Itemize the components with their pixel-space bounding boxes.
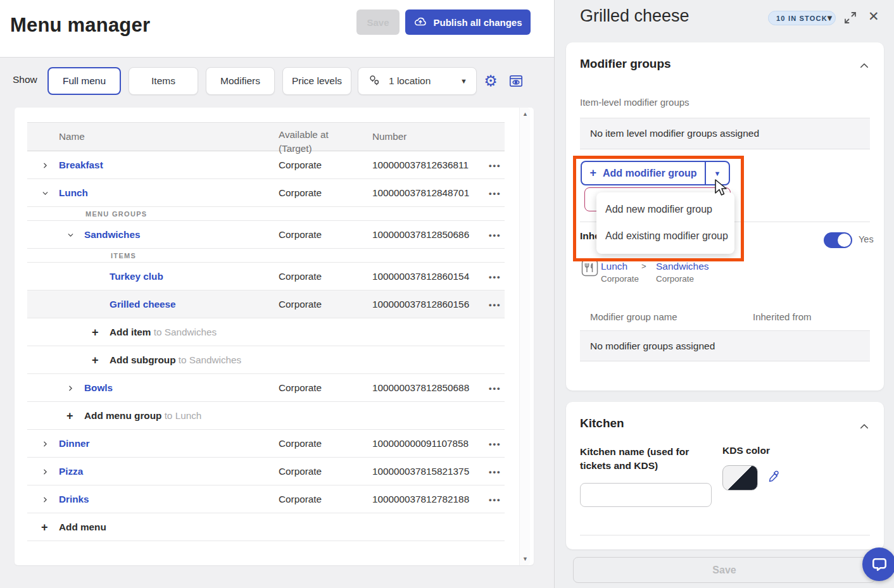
number-column-header: Number [372, 131, 406, 142]
row-actions-button[interactable]: ••• [489, 160, 501, 170]
inherit-toggle[interactable] [824, 232, 852, 248]
menu-item-row[interactable]: LunchCorporate100000037812848701••• [27, 179, 505, 207]
item-number: 100000000091107858 [372, 438, 469, 449]
menu-preview-icon[interactable] [507, 72, 525, 90]
menu-item-link[interactable]: Dinner [59, 438, 89, 449]
menu-item-row[interactable]: Grilled cheeseCorporate10000003781286015… [27, 291, 505, 318]
inherited-from-column: Inherited from [753, 311, 812, 322]
add-modifier-group-label: Add modifier group [603, 168, 696, 179]
breadcrumb-group-link[interactable]: Sandwiches [656, 261, 709, 272]
section-label: MENU GROUPS [85, 210, 147, 218]
row-actions-button[interactable]: ••• [489, 466, 501, 476]
available-at-value: Corporate [279, 160, 322, 171]
menu-item-row[interactable]: BreakfastCorporate100000037812636811••• [27, 151, 505, 179]
item-number: 100000037812782188 [372, 494, 469, 505]
expand-panel-icon[interactable] [843, 10, 858, 28]
collapse-row-icon[interactable] [66, 230, 75, 239]
collapse-row-icon[interactable] [41, 189, 50, 197]
plus-icon[interactable]: + [92, 325, 99, 339]
stock-dropdown-icon[interactable]: ▼ [826, 13, 834, 23]
tab-price-levels[interactable]: Price levels [282, 67, 351, 95]
close-panel-icon[interactable]: ✕ [868, 9, 879, 24]
row-actions-button[interactable]: ••• [489, 272, 501, 281]
menu-item-row[interactable]: BowlsCorporate100000037812850688••• [27, 374, 505, 402]
section-label: ITEMS [111, 252, 136, 260]
color-picker-eyedropper-icon[interactable] [765, 470, 781, 487]
add-action-row[interactable]: +Add menu [27, 513, 505, 541]
expand-row-icon[interactable] [41, 161, 50, 170]
toggle-knob [838, 234, 851, 247]
publish-all-changes-button[interactable]: Publish all changes [405, 9, 531, 35]
row-actions-button[interactable]: ••• [489, 188, 501, 197]
scroll-down-icon[interactable]: ▼ [520, 556, 531, 562]
expand-row-icon[interactable] [66, 384, 75, 392]
scroll-up-icon[interactable]: ▲ [520, 111, 531, 117]
collapse-section-icon[interactable] [859, 60, 870, 74]
table-scrollbar[interactable]: ▲ ▼ [519, 108, 530, 565]
row-actions-button[interactable]: ••• [489, 383, 501, 392]
menu-item-row[interactable]: SandwichesCorporate100000037812850686••• [27, 221, 505, 249]
add-action-label[interactable]: Add subgroup to Sandwiches [110, 354, 241, 366]
row-actions-button[interactable]: ••• [489, 299, 501, 309]
location-selector[interactable]: 1 location ▼ [358, 67, 477, 95]
menu-table-body: NameAvailable at(Target)NumberBreakfastC… [27, 122, 505, 541]
breadcrumb-menu-sub: Corporate [601, 274, 639, 284]
save-button[interactable]: Save [356, 9, 400, 35]
menu-item-link[interactable]: Grilled cheese [110, 299, 176, 310]
location-value: 1 location [389, 75, 454, 87]
add-modifier-group-dropdown: Add new modifier groupAdd existing modif… [596, 192, 734, 254]
available-at-value: Corporate [279, 229, 322, 241]
chat-support-button[interactable] [862, 547, 894, 581]
dropdown-item-add-new-modifier-group[interactable]: Add new modifier group [596, 196, 734, 223]
dropdown-item-add-existing-modifier-group[interactable]: Add existing modifier group [596, 223, 734, 249]
collapse-section-icon[interactable] [859, 421, 870, 435]
tab-items[interactable]: Items [129, 67, 198, 95]
item-number: 100000037812850688 [372, 382, 469, 394]
plus-icon[interactable]: + [66, 409, 73, 422]
add-action-label[interactable]: Add item to Sandwiches [110, 327, 217, 338]
row-actions-button[interactable]: ••• [489, 494, 501, 504]
menu-item-link[interactable]: Drinks [59, 494, 89, 505]
add-modifier-group-button[interactable]: + Add modifier group [582, 162, 705, 184]
breadcrumb-menu-link[interactable]: Lunch [601, 261, 627, 272]
add-action-row[interactable]: +Add subgroup to Sandwiches [27, 346, 505, 374]
menu-item-link[interactable]: Sandwiches [84, 229, 140, 241]
expand-row-icon[interactable] [41, 467, 50, 476]
add-modifier-group-split-button[interactable]: + Add modifier group ▼ [581, 161, 730, 185]
add-action-row[interactable]: +Add item to Sandwiches [27, 318, 505, 346]
cloud-upload-icon [413, 15, 427, 29]
add-modifier-group-caret[interactable]: ▼ [705, 162, 729, 184]
tab-modifiers[interactable]: Modifiers [206, 67, 275, 95]
plus-icon[interactable]: + [92, 353, 99, 366]
plus-icon[interactable]: + [41, 520, 48, 534]
chevron-down-icon: ▼ [460, 77, 467, 85]
menu-item-row[interactable]: Turkey clubCorporate100000037812860154••… [27, 263, 505, 291]
section-label-row: MENU GROUPS [27, 207, 505, 221]
add-action-label[interactable]: Add menu [59, 522, 106, 533]
menu-item-row[interactable]: PizzaCorporate100000037815821375••• [27, 458, 505, 485]
menu-table-card: NameAvailable at(Target)NumberBreakfastC… [15, 108, 534, 565]
settings-gear-icon[interactable]: ⚙ [482, 72, 500, 90]
row-actions-button[interactable]: ••• [489, 230, 501, 239]
menu-item-link[interactable]: Bowls [84, 382, 113, 394]
kds-color-swatch[interactable] [722, 465, 758, 491]
menu-item-row[interactable]: DrinksCorporate100000037812782188••• [27, 485, 505, 513]
menu-item-link[interactable]: Breakfast [59, 160, 103, 171]
available-at-value: Corporate [279, 187, 322, 199]
menu-item-link[interactable]: Pizza [59, 466, 83, 477]
menu-item-row[interactable]: DinnerCorporate100000000091107858••• [27, 430, 505, 458]
publish-label: Publish all changes [433, 17, 522, 28]
menu-item-link[interactable]: Lunch [59, 187, 88, 199]
expand-row-icon[interactable] [41, 495, 50, 504]
detail-save-button[interactable]: Save [573, 557, 876, 583]
row-actions-button[interactable]: ••• [489, 439, 501, 448]
add-action-row[interactable]: +Add menu group to Lunch [27, 402, 505, 430]
add-action-label[interactable]: Add menu group to Lunch [84, 410, 201, 422]
tab-full-menu[interactable]: Full menu [47, 67, 121, 95]
inherit-toggle-value: Yes [859, 234, 874, 244]
kitchen-name-input[interactable] [580, 483, 712, 507]
menu-item-link[interactable]: Turkey club [110, 271, 163, 282]
expand-row-icon[interactable] [41, 439, 50, 448]
available-at-value: Corporate [279, 299, 322, 310]
item-number: 100000037815821375 [372, 466, 469, 477]
